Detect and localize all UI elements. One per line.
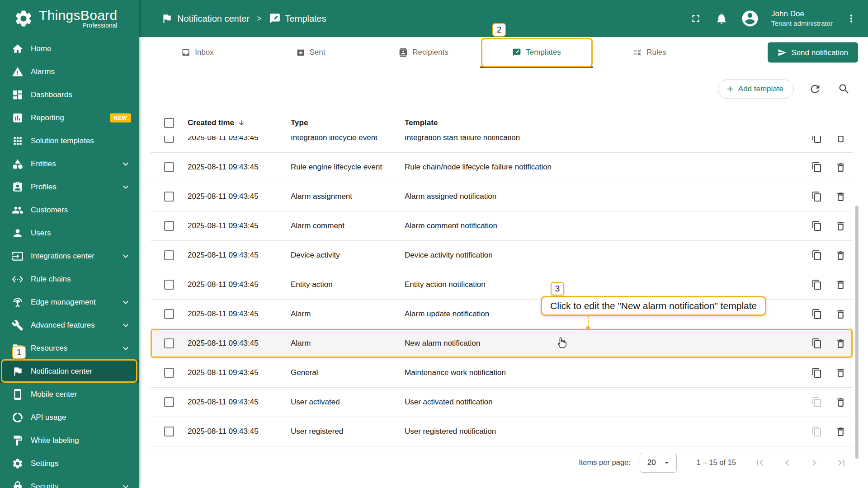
delete-icon: [835, 136, 846, 144]
sidebar-item-customers[interactable]: Customers: [0, 198, 139, 221]
copy-template-button[interactable]: [811, 136, 823, 144]
delete-template-button[interactable]: [834, 136, 847, 145]
refresh-button[interactable]: [807, 81, 823, 97]
row-checkbox[interactable]: [164, 136, 174, 143]
row-checkbox[interactable]: [164, 397, 174, 407]
table-row[interactable]: 2025-08-11 09:43:45GeneralMaintenance wo…: [151, 358, 853, 388]
add-template-button[interactable]: Add template: [718, 80, 794, 99]
table-row[interactable]: 2025-08-11 09:43:45AlarmNew alarm notifi…: [151, 329, 853, 358]
copy-template-button[interactable]: [811, 190, 823, 203]
notifications-bell-button[interactable]: [714, 11, 729, 26]
row-checkbox[interactable]: [164, 309, 174, 319]
fullscreen-button[interactable]: [689, 12, 703, 25]
delete-icon: [835, 279, 846, 291]
tab-inbox[interactable]: Inbox: [141, 37, 254, 68]
row-checkbox[interactable]: [164, 192, 174, 202]
sidebar-item-settings[interactable]: Settings: [0, 452, 139, 475]
more-menu-button[interactable]: [844, 12, 858, 25]
table-row[interactable]: 2025-08-11 09:43:45Alarm commentAlarm co…: [151, 211, 853, 241]
copy-template-button[interactable]: [811, 366, 823, 379]
delete-template-button[interactable]: [834, 337, 847, 350]
sidebar-item-solution-templates[interactable]: Solution templates: [0, 129, 139, 152]
delete-template-button[interactable]: [834, 161, 847, 174]
sidebar-item-white-labeling[interactable]: White labeling: [0, 429, 139, 452]
copy-template-button[interactable]: [811, 337, 823, 350]
sidebar-item-entities[interactable]: Entities: [0, 152, 139, 175]
cell-type: General: [291, 368, 405, 377]
delete-template-button[interactable]: [834, 308, 847, 321]
sidebar-item-notification-center[interactable]: Notification center: [0, 360, 139, 383]
delete-template-button[interactable]: [834, 220, 847, 233]
row-checkbox[interactable]: [164, 338, 174, 348]
column-created-time[interactable]: Created time: [188, 118, 291, 127]
sidebar-item-users[interactable]: Users: [0, 221, 139, 244]
copy-template-button[interactable]: [811, 278, 823, 291]
table-row[interactable]: 2025-08-11 09:43:45Device activityDevice…: [151, 241, 853, 270]
tab-recipients[interactable]: Recipients: [367, 37, 480, 68]
tab-sent[interactable]: Sent: [254, 37, 367, 68]
table-row[interactable]: 2025-08-11 09:43:45User registeredUser r…: [151, 417, 853, 446]
delete-template-button[interactable]: [834, 278, 847, 291]
first-page-button[interactable]: [754, 457, 766, 469]
sidebar-item-mobile-center[interactable]: Mobile center: [0, 383, 139, 406]
previous-page-button[interactable]: [781, 457, 793, 469]
table-row[interactable]: 2025-08-11 09:43:45Integration lifecycle…: [151, 136, 853, 153]
tab-templates[interactable]: Templates: [480, 37, 593, 68]
tab-rules[interactable]: Rules: [593, 37, 706, 68]
row-checkbox[interactable]: [164, 280, 174, 290]
copy-icon: [811, 279, 822, 290]
select-all-checkbox[interactable]: [164, 118, 174, 128]
sidebar-item-advanced-features[interactable]: Advanced features: [0, 314, 139, 337]
table-row[interactable]: 2025-08-11 09:43:45Rule engine lifecycle…: [151, 153, 853, 182]
copy-template-button[interactable]: [811, 161, 823, 174]
contacts-icon: [399, 48, 408, 57]
breadcrumb-item-notification-center[interactable]: Notification center: [161, 13, 250, 24]
sidebar-item-rule-chains[interactable]: Rule chains: [0, 267, 139, 291]
breadcrumb-item-templates[interactable]: Templates: [269, 13, 326, 24]
table-row[interactable]: 2025-08-11 09:43:45AlarmAlarm update not…: [151, 300, 853, 329]
last-page-button[interactable]: [835, 457, 847, 469]
delete-template-button[interactable]: [834, 366, 847, 380]
send-notification-button[interactable]: Send notification: [768, 42, 858, 63]
column-type[interactable]: Type: [291, 118, 405, 127]
delete-template-button[interactable]: [834, 249, 847, 262]
column-template[interactable]: Template: [405, 118, 785, 127]
table-row[interactable]: 2025-08-11 09:43:45User activatedUser ac…: [151, 388, 853, 417]
copy-template-button[interactable]: [811, 249, 823, 262]
sidebar-item-edge-management[interactable]: Edge management: [0, 291, 139, 314]
avatar[interactable]: [741, 9, 760, 28]
delete-template-button[interactable]: [834, 396, 847, 409]
sidebar-item-profiles[interactable]: Profiles: [0, 175, 139, 198]
chevron-left-icon: [781, 457, 793, 469]
sidebar-item-dashboards[interactable]: Dashboards: [0, 83, 139, 106]
page-range: 1 – 15 of 15: [697, 458, 736, 467]
delete-icon: [835, 221, 846, 232]
search-button[interactable]: [836, 81, 852, 97]
sidebar-item-alarms[interactable]: Alarms: [0, 60, 139, 83]
table-scrollbar[interactable]: [855, 206, 859, 459]
copy-template-button[interactable]: [811, 220, 823, 232]
sidebar-item-home[interactable]: Home: [0, 37, 139, 60]
sidebar-item-security[interactable]: Security: [0, 475, 139, 488]
more-vert-icon: [845, 13, 857, 24]
sidebar-item-label: Alarms: [31, 67, 55, 76]
table-row[interactable]: 2025-08-11 09:43:45Entity actionEntity a…: [151, 270, 853, 300]
sidebar-item-api-usage[interactable]: API usage: [0, 406, 139, 429]
delete-template-button[interactable]: [834, 425, 847, 438]
row-checkbox[interactable]: [164, 162, 174, 172]
copy-template-button[interactable]: [811, 308, 823, 320]
items-per-page-select[interactable]: 20: [640, 453, 677, 473]
sidebar-item-resources[interactable]: Resources: [0, 337, 139, 360]
next-page-button[interactable]: [808, 457, 820, 469]
copy-template-button[interactable]: [811, 425, 823, 438]
sidebar-item-reporting[interactable]: ReportingNEW: [0, 106, 139, 129]
table-row[interactable]: 2025-08-11 09:43:45Alarm assignmentAlarm…: [151, 182, 853, 211]
row-checkbox[interactable]: [164, 250, 174, 260]
sidebar-item-integrations-center[interactable]: Integrations center: [0, 244, 139, 267]
app-logo: ThingsBoard Professional: [0, 0, 139, 37]
row-checkbox[interactable]: [164, 368, 174, 378]
delete-template-button[interactable]: [834, 190, 847, 203]
row-checkbox[interactable]: [164, 221, 174, 231]
row-checkbox[interactable]: [164, 427, 174, 436]
copy-template-button[interactable]: [811, 396, 823, 408]
